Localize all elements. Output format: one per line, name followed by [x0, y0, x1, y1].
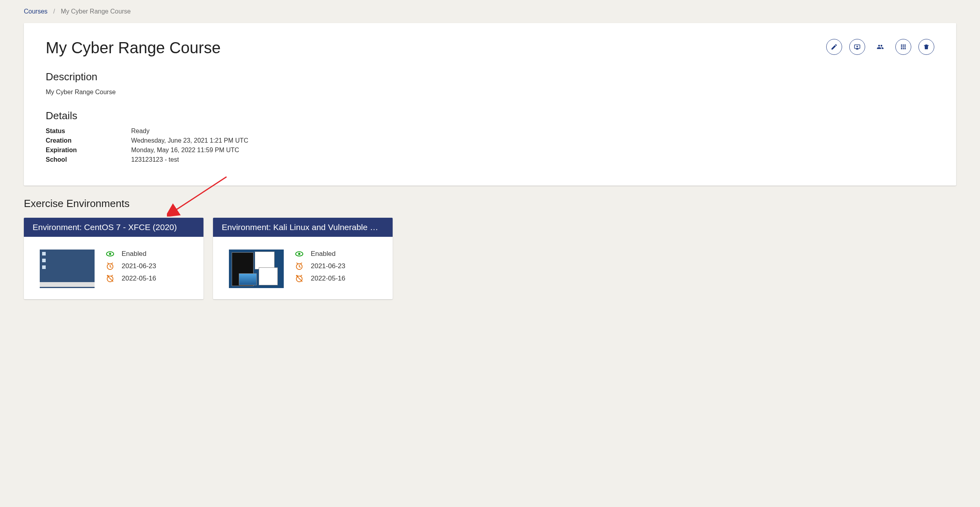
clock-icon	[295, 262, 304, 271]
env-end-date: 2022-05-16	[122, 275, 156, 283]
environment-card[interactable]: Environment: CentOS 7 - XFCE (2020) Enab…	[24, 218, 203, 299]
action-bar	[826, 39, 934, 55]
detail-value: 123123123 - test	[131, 156, 179, 163]
environment-title: Environment: CentOS 7 - XFCE (2020)	[24, 218, 203, 237]
env-status: Enabled	[122, 250, 146, 258]
detail-label: Creation	[46, 137, 131, 144]
environments-grid: Environment: CentOS 7 - XFCE (2020) Enab…	[24, 218, 956, 299]
clock-icon	[106, 262, 114, 271]
env-status-line: Enabled	[106, 250, 156, 258]
detail-value: Wednesday, June 23, 2021 1:21 PM UTC	[131, 137, 248, 144]
description-heading: Description	[46, 71, 934, 83]
page-title: My Cyber Range Course	[46, 39, 221, 57]
grid-icon	[900, 43, 907, 50]
env-status-line: Enabled	[295, 250, 345, 258]
env-start-date: 2021-06-23	[311, 262, 345, 270]
apps-button[interactable]	[895, 39, 911, 55]
env-status: Enabled	[311, 250, 335, 258]
detail-label: Status	[46, 128, 131, 135]
clock-off-icon	[295, 274, 304, 283]
svg-point-1	[109, 253, 111, 255]
screen-plus-icon	[854, 43, 861, 50]
env-start-line: 2021-06-23	[106, 262, 156, 271]
trash-icon	[923, 43, 930, 50]
course-card: My Cyber Range Course Descripti	[24, 23, 956, 186]
detail-label: Expiration	[46, 147, 131, 154]
details-heading: Details	[46, 110, 934, 122]
detail-status: Status Ready	[46, 128, 934, 135]
detail-school: School 123123123 - test	[46, 156, 934, 163]
breadcrumb-parent-link[interactable]: Courses	[24, 8, 48, 15]
detail-expiration: Expiration Monday, May 16, 2022 11:59 PM…	[46, 147, 934, 154]
env-end-line: 2022-05-16	[106, 274, 156, 283]
environment-card[interactable]: Environment: Kali Linux and Vulnerable W…	[213, 218, 393, 299]
eye-icon	[295, 250, 304, 258]
detail-value: Monday, May 16, 2022 11:59 PM UTC	[131, 147, 239, 154]
pencil-icon	[831, 43, 838, 50]
delete-button[interactable]	[918, 39, 934, 55]
env-end-date: 2022-05-16	[311, 275, 345, 283]
eye-icon	[106, 250, 114, 258]
env-start-line: 2021-06-23	[295, 262, 345, 271]
breadcrumb: Courses / My Cyber Range Course	[24, 8, 956, 15]
environment-info: Enabled 2021-06-23 2022-05-16	[295, 250, 345, 283]
add-environment-button[interactable]	[849, 39, 865, 55]
environment-thumbnail	[229, 250, 284, 288]
breadcrumb-current: My Cyber Range Course	[61, 8, 131, 15]
environment-info: Enabled 2021-06-23 2022-05-16	[106, 250, 156, 283]
users-button[interactable]	[872, 39, 888, 55]
environment-thumbnail	[40, 250, 95, 288]
env-start-date: 2021-06-23	[122, 262, 156, 270]
clock-off-icon	[106, 274, 114, 283]
description-text: My Cyber Range Course	[46, 89, 934, 96]
detail-label: School	[46, 156, 131, 163]
detail-value: Ready	[131, 128, 149, 135]
edit-button[interactable]	[826, 39, 842, 55]
users-icon	[877, 43, 884, 50]
environment-title: Environment: Kali Linux and Vulnerable W…	[213, 218, 393, 237]
detail-creation: Creation Wednesday, June 23, 2021 1:21 P…	[46, 137, 934, 144]
breadcrumb-separator: /	[53, 8, 55, 15]
environments-heading: Exercise Environments	[24, 197, 956, 210]
details-list: Status Ready Creation Wednesday, June 23…	[46, 128, 934, 163]
svg-point-5	[298, 253, 300, 255]
env-end-line: 2022-05-16	[295, 274, 345, 283]
